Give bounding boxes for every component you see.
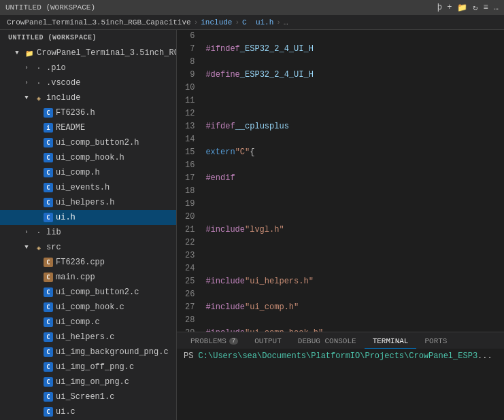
- folder-icon: ·: [34, 228, 44, 237]
- panel-tabs: PROBLEMS 7 OUTPUT DEBUG CONSOLE TERMINAL…: [177, 332, 504, 349]
- sidebar-item-label: .pio: [46, 63, 66, 73]
- sidebar-item-ui-img-bg[interactable]: C ui_img_background_png.c: [0, 345, 176, 360]
- info-file-icon: i: [44, 123, 53, 133]
- spacer: [31, 377, 41, 387]
- chevron-down-icon: ▼: [12, 48, 22, 58]
- sidebar-item-ui-helpersh[interactable]: C ui_helpers.h: [0, 195, 176, 210]
- sidebar-item-ui-comp-hookc[interactable]: C ui_comp_hook.c: [0, 300, 176, 315]
- sidebar-item-pio[interactable]: › · .pio: [0, 60, 176, 75]
- c-file-icon: C: [44, 153, 53, 162]
- c-file-icon: C: [44, 213, 53, 222]
- terminal-content[interactable]: PS C:\Users\sea\Documents\PlatformIO\Pro…: [177, 349, 504, 420]
- c-file-icon: C: [44, 287, 53, 297]
- sidebar-item-ui-compc[interactable]: C ui_comp.c: [0, 315, 176, 330]
- code-line-7: #define _ESP32_2_4_UI_H: [205, 69, 499, 82]
- sidebar-item-ui-comp-button2h[interactable]: C ui_comp_button2.h: [0, 135, 176, 150]
- sidebar-item-vscode[interactable]: › · .vscode: [0, 75, 176, 90]
- sidebar-item-lib[interactable]: › · lib: [0, 225, 176, 240]
- sidebar-item-label: main.cpp: [56, 273, 95, 282]
- spacer: [31, 213, 41, 222]
- sidebar: UNTITLED (WORKSPACE) ▼ 📁 CrowPanel_Termi…: [0, 30, 177, 420]
- tab-problems[interactable]: PROBLEMS 7: [182, 334, 246, 349]
- breadcrumb-part-2[interactable]: include: [201, 18, 232, 27]
- code-line-8: [205, 94, 499, 107]
- tab-terminal[interactable]: TERMINAL: [365, 334, 417, 349]
- sidebar-item-label: ui_comp_button2.h: [56, 138, 139, 147]
- code-line-10: extern "C" {: [205, 146, 499, 159]
- sidebar-item-uic[interactable]: C ui.c: [0, 404, 176, 419]
- sidebar-item-label: ui.c: [56, 407, 75, 417]
- folder-icon: ·: [34, 78, 44, 88]
- terminal-prompt: PS: [184, 351, 199, 361]
- new-file-icon[interactable]: þ +: [437, 3, 452, 13]
- breadcrumb-sep-3: ›: [276, 18, 281, 27]
- sidebar-item-include[interactable]: ▼ ◈ include: [0, 90, 176, 105]
- title-bar-actions: þ + 📁 ↻ ≡ …: [437, 3, 499, 13]
- c-file-icon: C: [44, 198, 53, 207]
- sidebar-item-label: ui_img_background_png.c: [56, 347, 169, 357]
- sidebar-item-uih[interactable]: C ui.h: [0, 210, 176, 225]
- c-file-icon: C: [44, 407, 53, 417]
- sidebar-item-readme[interactable]: i README: [0, 120, 176, 135]
- spacer: [31, 153, 41, 162]
- spacer: [31, 183, 41, 192]
- chevron-right-icon: ›: [22, 228, 31, 237]
- sidebar-item-ui-comp-button2c[interactable]: C ui_comp_button2.c: [0, 285, 176, 300]
- chevron-right-icon: ›: [22, 78, 31, 88]
- tab-ports[interactable]: PORTS: [416, 334, 455, 349]
- sidebar-item-crowpanel[interactable]: ▼ 📁 CrowPanel_Terminal_3.5inch_RGB_Ca...: [0, 46, 176, 60]
- spacer: [31, 108, 41, 118]
- terminal-path: C:\Users\sea\Documents\PlatformIO\Projec…: [199, 351, 477, 361]
- breadcrumb-sep-2: ›: [235, 18, 239, 27]
- code-line-14: [205, 249, 499, 262]
- c-file-icon: C: [44, 138, 53, 147]
- sidebar-item-src[interactable]: ▼ ◈ src: [0, 240, 176, 255]
- sidebar-item-ui-helpersc[interactable]: C ui_helpers.c: [0, 330, 176, 345]
- terminal-ellipsis: ...: [477, 351, 492, 361]
- sidebar-item-ui-img-on[interactable]: C ui_img_on_png.c: [0, 374, 176, 389]
- editor-area: 6 7 8 9 10 11 12 13 14 15 16 17 18 19 20…: [177, 30, 504, 420]
- sidebar-item-label: FT6236.cpp: [56, 258, 105, 267]
- main-area: UNTITLED (WORKSPACE) ▼ 📁 CrowPanel_Termi…: [0, 30, 504, 420]
- sidebar-item-label: ui_img_off_png.c: [56, 362, 134, 372]
- sidebar-item-maincpp[interactable]: C main.cpp: [0, 270, 176, 285]
- bottom-panel: PROBLEMS 7 OUTPUT DEBUG CONSOLE TERMINAL…: [177, 332, 504, 420]
- tab-debug-console[interactable]: DEBUG CONSOLE: [290, 334, 365, 349]
- sidebar-item-ft6236h[interactable]: C FT6236.h: [0, 105, 176, 120]
- code-line-9: #ifdef __cplusplus: [205, 120, 499, 133]
- collapse-icon[interactable]: ≡: [484, 3, 488, 13]
- sidebar-item-label: ui_events.h: [56, 183, 110, 192]
- sidebar-item-label: ui_helpers.h: [56, 198, 114, 207]
- refresh-icon[interactable]: ↻: [473, 3, 477, 13]
- settings-icon[interactable]: …: [494, 3, 499, 13]
- sidebar-item-ui-eventsh[interactable]: C ui_events.h: [0, 180, 176, 195]
- sidebar-item-label: ui_comp_hook.c: [56, 302, 124, 312]
- sidebar-item-label: CrowPanel_Terminal_3.5inch_RGB_Ca...: [37, 48, 177, 58]
- new-folder-icon[interactable]: 📁: [457, 3, 467, 13]
- sidebar-item-ui-img-off[interactable]: C ui_img_off_png.c: [0, 360, 176, 374]
- spacer: [31, 362, 41, 372]
- sidebar-item-ui-comp-hookh[interactable]: C ui_comp_hook.h: [0, 150, 176, 165]
- c-file-icon: C: [44, 108, 53, 118]
- sidebar-item-label: include: [46, 93, 80, 103]
- sidebar-item-label: ui_comp_hook.h: [56, 153, 124, 162]
- breadcrumb-part-3[interactable]: C ui.h: [242, 18, 273, 27]
- folder-icon: 📁: [24, 48, 34, 58]
- sidebar-item-ft6236cpp[interactable]: C FT6236.cpp: [0, 255, 176, 270]
- sidebar-item-label: ui_comp.c: [56, 317, 100, 327]
- tab-label: PROBLEMS: [190, 337, 226, 345]
- tab-label: OUTPUT: [254, 337, 282, 345]
- spacer: [31, 287, 41, 297]
- sidebar-item-ui-comph[interactable]: C ui_comp.h: [0, 165, 176, 180]
- c-file-icon: C: [44, 168, 53, 177]
- sidebar-item-label: ui_comp_button2.c: [56, 287, 139, 297]
- sidebar-item-label: ui.h: [56, 213, 75, 222]
- problems-badge: 7: [229, 338, 238, 345]
- folder-icon: ·: [34, 63, 44, 73]
- breadcrumb-part-1[interactable]: CrowPanel_Terminal_3.5inch_RGB_Capacitiv…: [7, 18, 191, 27]
- tab-output[interactable]: OUTPUT: [246, 334, 290, 349]
- sidebar-item-ui-screen1c[interactable]: C ui_Screen1.c: [0, 389, 176, 404]
- folder-icon: ◈: [34, 243, 44, 252]
- code-line-15: #include "ui_helpers.h": [205, 275, 499, 288]
- sidebar-item-label: src: [46, 243, 61, 252]
